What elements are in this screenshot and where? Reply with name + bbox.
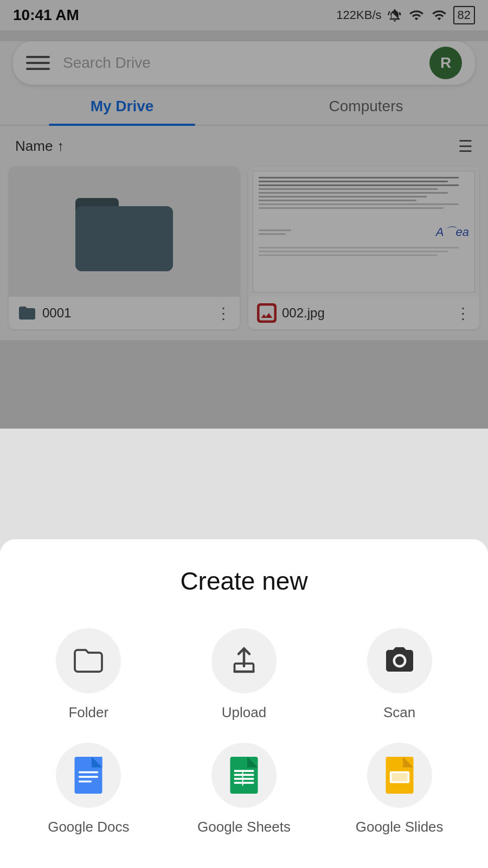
- google-docs-button[interactable]: Google Docs: [16, 743, 161, 835]
- slides-action-circle: [367, 743, 432, 808]
- google-sheets-icon: [228, 757, 260, 794]
- google-slides-icon: [383, 757, 416, 794]
- svg-rect-15: [234, 778, 254, 780]
- svg-rect-10: [79, 781, 92, 783]
- folder-action-label: Folder: [68, 704, 108, 721]
- google-docs-icon: [72, 757, 105, 794]
- upload-button[interactable]: Upload: [172, 628, 317, 721]
- sheets-action-label: Google Sheets: [197, 819, 291, 835]
- svg-rect-21: [391, 773, 407, 781]
- camera-icon: [383, 644, 416, 677]
- action-grid: Folder Upload Scan: [16, 628, 472, 835]
- bottom-sheet-title: Create new: [16, 566, 472, 596]
- svg-rect-14: [234, 774, 254, 776]
- sheets-action-circle: [211, 743, 277, 808]
- scan-action-circle: [367, 628, 432, 693]
- docs-action-circle: [56, 743, 121, 808]
- svg-rect-16: [234, 782, 254, 784]
- docs-action-label: Google Docs: [48, 819, 129, 835]
- upload-action-label: Upload: [222, 704, 266, 721]
- scan-button[interactable]: Scan: [327, 628, 472, 721]
- folder-action-circle: [56, 628, 121, 693]
- overlay[interactable]: [0, 0, 488, 429]
- upload-action-circle: [211, 628, 277, 693]
- google-slides-button[interactable]: Google Slides: [327, 743, 472, 835]
- svg-rect-13: [234, 770, 254, 772]
- create-folder-button[interactable]: Folder: [16, 628, 161, 721]
- scan-action-label: Scan: [383, 704, 415, 721]
- svg-rect-8: [79, 771, 98, 774]
- slides-action-label: Google Slides: [356, 819, 444, 835]
- bottom-sheet: Create new Folder Upload: [0, 539, 488, 868]
- svg-rect-9: [79, 776, 98, 778]
- google-sheets-button[interactable]: Google Sheets: [172, 743, 317, 835]
- upload-icon: [228, 644, 260, 677]
- folder-outline-icon: [72, 644, 105, 677]
